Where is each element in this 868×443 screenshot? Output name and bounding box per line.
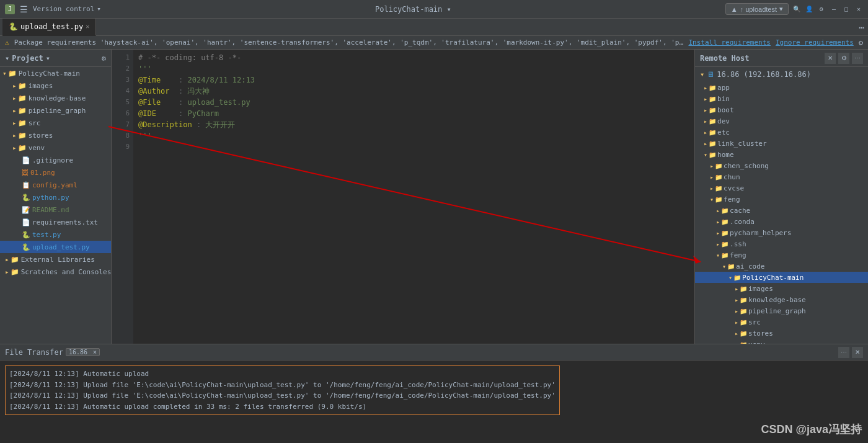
minimize-button[interactable]: — <box>830 5 838 14</box>
tree-item-pipeline-graph[interactable]: ▸📁pipeline_graph <box>0 104 111 117</box>
bottom-close-btn[interactable]: ✕ <box>852 347 863 358</box>
tree-item-knowledge-base[interactable]: ▸📁knowledge-base <box>0 92 111 104</box>
tree-item-python-py[interactable]: 🐍python.py <box>0 191 111 204</box>
ignore-requirements-link[interactable]: Ignore requirements <box>776 38 854 47</box>
watermark: CSDN @java冯坚持 <box>761 422 862 437</box>
remote-tree-src[interactable]: ▸📁src <box>695 316 868 328</box>
project-toolbar: ⚙ <box>102 54 106 63</box>
gear-icon[interactable]: ⚙ <box>102 54 106 63</box>
remote-tree-pycharm-helpers[interactable]: ▸📁pycharm_helpers <box>695 227 868 238</box>
remote-header: Remote Host ✕ ⚙ ⋯ <box>695 50 868 67</box>
remote-tree-chun[interactable]: ▸📁chun <box>695 171 868 182</box>
tree-item-01-png[interactable]: 🖼01.png <box>0 166 111 179</box>
remote-options-btn[interactable]: ⋯ <box>852 53 863 64</box>
log-line: [2024/8/11 12:13] Upload file 'E:\code\a… <box>9 380 556 391</box>
tree-item-Scratches-and-Consoles[interactable]: ▸📁Scratches and Consoles <box>0 266 111 278</box>
tree-item-venv[interactable]: ▸📁venv <box>0 141 111 154</box>
log-line: [2024/8/11 12:13] Automatic upload <box>9 369 556 380</box>
tree-root[interactable]: ▾ 📁 PolicyChat-main <box>0 67 111 79</box>
remote-tree-feng[interactable]: ▾📁feng <box>695 194 868 205</box>
remote-tree-stores[interactable]: ▸📁stores <box>695 328 868 339</box>
title-bar-right: ▲ ↑ uploadtest ▾ 🔍 👤 ⚙ — □ ✕ <box>725 3 863 15</box>
remote-tree-feng[interactable]: ▾📁feng <box>695 249 868 261</box>
expand-icon: ▾ <box>700 70 704 79</box>
maximize-button[interactable]: □ <box>842 5 851 14</box>
remote-tree--ssh[interactable]: ▸📁.ssh <box>695 238 868 249</box>
tree-item-config-yaml[interactable]: 📋config.yaml <box>0 179 111 191</box>
project-title: ▾ Project ▾ <box>5 54 50 63</box>
warning-settings-icon[interactable]: ⚙ <box>859 38 863 47</box>
remote-tree-cache[interactable]: ▸📁cache <box>695 205 868 216</box>
window-title: PolicyChat-main ▾ <box>375 5 451 14</box>
remote-tree-etc[interactable]: ▸📁etc <box>695 127 868 138</box>
py-file-icon: 🐍 <box>9 22 18 31</box>
remote-tree-bin[interactable]: ▸📁bin <box>695 93 868 104</box>
bottom-panel-controls: ⋯ ✕ <box>838 347 863 358</box>
user-icon[interactable]: 👤 <box>805 5 813 14</box>
log-box: [2024/8/11 12:13] Automatic upload[2024/… <box>5 365 560 415</box>
server-icon: 🖥 <box>707 70 714 79</box>
search-icon[interactable]: 🔍 <box>792 5 801 14</box>
bottom-options-btn[interactable]: ⋯ <box>838 347 849 358</box>
log-line: [2024/8/11 12:13] Automatic upload compl… <box>9 401 556 413</box>
badge-close[interactable]: × <box>93 349 97 356</box>
remote-controls: ✕ ⚙ ⋯ <box>825 53 863 64</box>
tree-item-images[interactable]: ▸📁images <box>0 79 111 92</box>
remote-settings-btn[interactable]: ⚙ <box>838 53 849 64</box>
log-area: [2024/8/11 12:13] Automatic upload[2024/… <box>0 360 868 418</box>
install-requirements-link[interactable]: Install requirements <box>688 38 770 47</box>
remote-tree--conda[interactable]: ▸📁.conda <box>695 216 868 227</box>
title-bar: J ☰ Version control ▾ PolicyChat-main ▾ … <box>0 0 868 19</box>
tree-item-requirements-txt[interactable]: 📄requirements.txt <box>0 216 111 228</box>
tab-close-icon[interactable]: ✕ <box>86 23 89 30</box>
warning-text: Package requirements 'haystack-ai', 'ope… <box>14 38 684 47</box>
remote-tree-PolicyChat-main[interactable]: ▾📁PolicyChat-main <box>695 272 868 283</box>
tab-upload-test[interactable]: 🐍 upload_test.py ✕ <box>2 19 96 36</box>
remote-tree-link-cluster[interactable]: ▸📁link_cluster <box>695 138 868 149</box>
remote-tree-images[interactable]: ▸📁images <box>695 283 868 294</box>
project-tree: ▸📁images▸📁knowledge-base▸📁pipeline_graph… <box>0 79 111 278</box>
remote-tree-pipeline-graph[interactable]: ▸📁pipeline_graph <box>695 305 868 316</box>
remote-tree-cvcse[interactable]: ▸📁cvcse <box>695 182 868 194</box>
tree-item-upload-test-py[interactable]: 🐍upload_test.py <box>0 241 111 253</box>
remote-tree-home[interactable]: ▾📁home <box>695 149 868 160</box>
bottom-tabs: File Transfer 16.86 × ⋯ ✕ <box>0 344 868 360</box>
version-control[interactable]: Version control ▾ <box>33 5 101 13</box>
tree-item-README-md[interactable]: 📝README.md <box>0 204 111 216</box>
tree-item-External-Libraries[interactable]: ▸📁External Libraries <box>0 253 111 266</box>
warning-icon: ⚠ <box>5 38 9 47</box>
file-transfer-tab[interactable]: File Transfer 16.86 × <box>5 348 100 357</box>
remote-tree-chen-schong[interactable]: ▸📁chen_schong <box>695 160 868 171</box>
remote-close-btn[interactable]: ✕ <box>825 53 836 64</box>
badge: 16.86 × <box>66 348 100 356</box>
root-folder-icon: 📁 <box>8 69 17 78</box>
uploadtest-button[interactable]: ▲ ↑ uploadtest ▾ <box>725 3 789 15</box>
app-icon: J <box>5 4 15 14</box>
tree-item-stores[interactable]: ▸📁stores <box>0 129 111 141</box>
log-line: [2024/8/11 12:13] Upload file 'E:\code\a… <box>9 390 556 401</box>
warning-bar: ⚠ Package requirements 'haystack-ai', 'o… <box>0 36 868 50</box>
tab-options-icon[interactable]: ⋯ <box>856 22 868 32</box>
tree-item-src[interactable]: ▸📁src <box>0 117 111 129</box>
tree-item--gitignore[interactable]: 📄.gitignore <box>0 154 111 166</box>
title-bar-left: J ☰ Version control ▾ <box>5 4 101 14</box>
tab-bar: 🐍 upload_test.py ✕ ⋯ <box>0 19 868 36</box>
remote-tree-boot[interactable]: ▸📁boot <box>695 104 868 115</box>
remote-tree-ai-code[interactable]: ▾📁ai_code <box>695 261 868 272</box>
server-section: ▾ 🖥 16.86 (192.168.16.86) <box>695 67 868 82</box>
project-header: ▾ Project ▾ ⚙ <box>0 50 111 67</box>
close-button[interactable]: ✕ <box>854 5 863 14</box>
remote-tree-app[interactable]: ▸📁app <box>695 82 868 93</box>
tree-item-test-py[interactable]: 🐍test.py <box>0 228 111 241</box>
remote-tree-dev[interactable]: ▸📁dev <box>695 115 868 127</box>
bottom-panel: File Transfer 16.86 × ⋯ ✕ [2024/8/11 12:… <box>0 344 868 443</box>
remote-tree-knowledge-base[interactable]: ▸📁knowledge-base <box>695 294 868 305</box>
hamburger-icon[interactable]: ☰ <box>20 4 28 14</box>
settings-icon[interactable]: ⚙ <box>817 5 826 14</box>
